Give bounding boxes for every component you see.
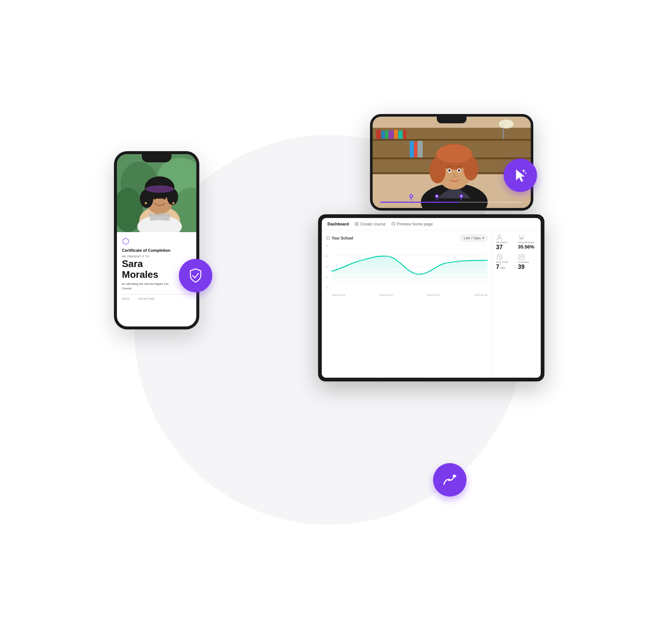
svg-point-72 [445, 262, 448, 264]
chart-header: Your School Last 7 days ▾ [326, 235, 488, 241]
chart-area: 8 6 4 2 0 [326, 244, 488, 296]
x-axis-labels: 2020-09-03 2020-09-05 2020-09-07 2020-09… [332, 294, 488, 296]
courses-label: Courses [518, 260, 529, 264]
conversions-icon [518, 234, 525, 241]
avg-time-value: 7 [496, 264, 500, 270]
courses-icon [518, 254, 525, 260]
svg-point-74 [498, 235, 501, 238]
chart-school-label: Your School [332, 236, 353, 240]
svg-rect-28 [403, 130, 406, 139]
svg-point-13 [163, 196, 166, 199]
cards-row: New Users [322, 374, 541, 378]
preview-icon [392, 222, 395, 226]
svg-line-77 [500, 257, 501, 258]
card-events-log: Events Log [432, 377, 484, 378]
dashboard-content: Your School Last 7 days ▾ 8 6 4 [322, 230, 541, 374]
svg-point-48 [436, 195, 438, 197]
phone-top-video [373, 117, 531, 208]
svg-point-69 [360, 259, 362, 261]
svg-point-30 [499, 120, 514, 129]
svg-rect-26 [394, 130, 398, 139]
svg-point-12 [153, 196, 156, 199]
create-course-label: Create course [360, 222, 386, 226]
svg-point-16 [172, 202, 174, 204]
conversions-value: 35.56% [518, 244, 534, 250]
tablet: Dashboard Create course [318, 214, 544, 381]
tablet-nav: Dashboard Create course [322, 218, 541, 230]
all-users-label: All users [496, 241, 508, 244]
tablet-screen: Dashboard Create course [322, 218, 541, 378]
stat-courses: Courses 39 [518, 254, 537, 270]
all-users-value: 37 [496, 244, 503, 251]
dashboard-label: Dashboard [328, 222, 349, 226]
phone-top-notch [437, 117, 467, 123]
svg-rect-27 [398, 131, 403, 139]
cert-date-label: DATE [122, 297, 130, 300]
phone-left-notch [142, 154, 171, 162]
phone-top [370, 114, 533, 211]
chart-filter-label: Last 7 days [464, 236, 481, 240]
scene: ⬡ Certificate of Completion WE PRESENT I… [107, 99, 552, 545]
chart-drawing-badge [433, 463, 467, 497]
woman-photo-svg [117, 154, 196, 232]
line-chart-svg [331, 244, 488, 289]
dashboard-sidebar: All users 37 Conversions 35.56% [492, 230, 541, 374]
card-online-users: Online users (2) [486, 377, 537, 378]
svg-point-70 [386, 255, 388, 257]
card-new-users: New Users [325, 377, 377, 378]
chevron-down-icon: ▾ [482, 236, 484, 240]
svg-rect-33 [418, 141, 423, 157]
svg-point-15 [145, 202, 147, 204]
all-users-icon [496, 234, 503, 241]
cert-subtitle: WE PRESENT IT TO [122, 255, 191, 258]
svg-point-93 [448, 479, 450, 481]
svg-point-46 [410, 195, 412, 197]
shield-badge [179, 259, 212, 292]
stat-conversions: Conversions 35.56% [518, 234, 537, 251]
svg-point-9 [140, 189, 153, 208]
location-pin-2 [434, 194, 439, 202]
tab-preview-home[interactable]: Preview home page [392, 222, 433, 226]
stat-all-users: All users 37 [496, 234, 515, 251]
tab-create-course[interactable]: Create course [355, 222, 386, 226]
svg-point-50 [461, 195, 462, 197]
stats-grid: All users 37 Conversions 35.56% [496, 234, 537, 270]
svg-rect-32 [414, 142, 417, 157]
avg-time-label: Avg Time [496, 260, 508, 264]
svg-point-11 [145, 185, 174, 193]
avg-time-unit: min [500, 266, 505, 270]
svg-point-43 [448, 169, 451, 172]
video-progress-bar [380, 202, 523, 203]
svg-rect-25 [389, 130, 394, 139]
chart-filter-dropdown[interactable]: Last 7 days ▾ [460, 235, 487, 241]
cert-footer: DATE SIGNATURE [122, 294, 191, 300]
svg-point-44 [458, 169, 460, 172]
courses-value: 39 [518, 264, 525, 270]
location-pin-1 [409, 194, 414, 202]
dashboard-main: Your School Last 7 days ▾ 8 6 4 [322, 230, 492, 374]
svg-point-40 [436, 144, 472, 163]
svg-rect-78 [519, 255, 524, 259]
clock-icon [496, 254, 503, 260]
video-background-svg [373, 117, 531, 208]
svg-point-73 [486, 259, 488, 261]
svg-rect-22 [376, 130, 381, 139]
tab-dashboard[interactable]: Dashboard [328, 222, 349, 226]
svg-rect-61 [327, 237, 330, 240]
card-assignments: Assignments [379, 377, 430, 378]
conversions-label: Conversions [518, 241, 534, 244]
cert-title: Certificate of Completion [122, 248, 191, 253]
cert-icon: ⬡ [122, 237, 191, 246]
svg-rect-24 [385, 130, 388, 139]
cert-signature-label: SIGNATURE [138, 297, 155, 300]
phone-left: ⬡ Certificate of Completion WE PRESENT I… [114, 151, 199, 329]
cursor-badge [504, 159, 537, 192]
svg-point-38 [429, 157, 446, 183]
preview-home-label: Preview home page [397, 222, 433, 226]
location-pin-3 [459, 194, 464, 202]
svg-rect-58 [392, 223, 395, 225]
calendar-icon [326, 236, 330, 240]
cursor-icon [512, 167, 529, 184]
svg-rect-19 [373, 139, 531, 141]
y-axis-labels: 8 6 4 2 0 [326, 244, 331, 289]
